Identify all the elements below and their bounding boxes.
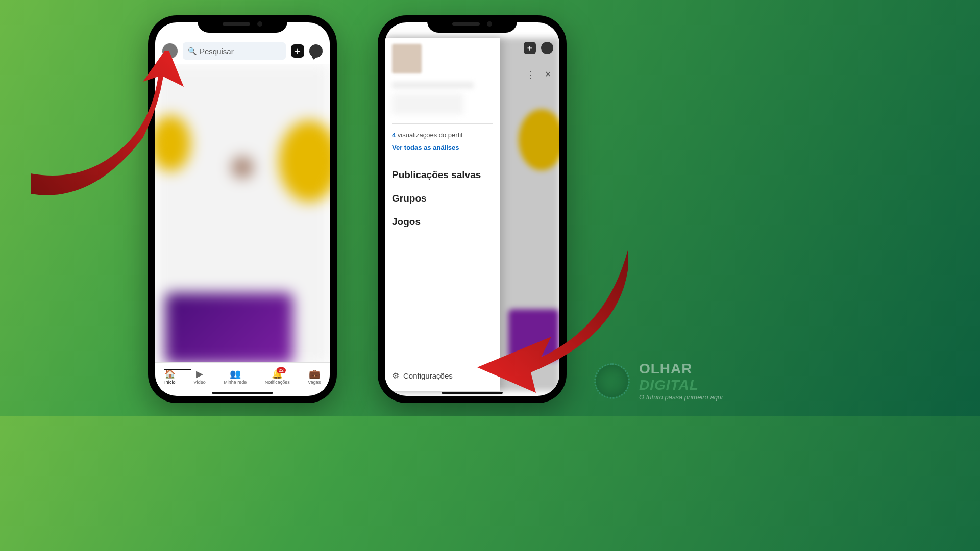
nav-vagas[interactable]: 💼 Vagas <box>308 369 321 385</box>
notch <box>198 15 287 33</box>
bottom-nav: 🏠 Início ▶ Vídeo 👥 Minha rede 🔔 22 Notif… <box>155 362 330 391</box>
gear-icon: ⚙ <box>392 371 399 381</box>
settings-label: Configurações <box>403 371 453 380</box>
briefcase-icon: 💼 <box>309 369 320 379</box>
post-header-actions: ⋮ ✕ <box>526 69 551 81</box>
callout-arrow-settings <box>475 240 638 403</box>
nav-label: Vídeo <box>193 380 206 385</box>
menu-groups[interactable]: Grupos <box>392 187 493 210</box>
nav-inicio[interactable]: 🏠 Início <box>164 369 176 385</box>
video-icon: ▶ <box>196 369 203 379</box>
brand-part1: OLHAR <box>639 361 693 377</box>
nav-label: Notificações <box>265 380 290 385</box>
nav-label: Vagas <box>308 380 321 385</box>
drawer-menu: Publicações salvas Grupos Jogos <box>385 159 500 238</box>
close-icon[interactable]: ✕ <box>545 69 551 81</box>
more-icon[interactable]: ⋮ <box>526 69 534 81</box>
watermark-brand: OLHAR DIGITAL <box>639 361 723 393</box>
brand-part2: DIGITAL <box>639 377 699 393</box>
nav-rede[interactable]: 👥 Minha rede <box>224 369 247 385</box>
nav-label: Início <box>164 380 176 385</box>
home-indicator <box>212 392 273 394</box>
nav-label: Minha rede <box>224 380 247 385</box>
profile-subtitle-blurred <box>392 94 463 114</box>
add-button[interactable]: ＋ <box>291 44 304 58</box>
menu-saved-posts[interactable]: Publicações salvas <box>392 163 493 187</box>
all-analytics-link[interactable]: Ver todas as análises <box>385 144 500 159</box>
views-label: visualizações do perfil <box>396 131 462 139</box>
home-icon: 🏠 <box>164 369 176 379</box>
notif-badge: 22 <box>277 367 286 373</box>
drawer-profile-section[interactable] <box>385 38 500 123</box>
search-placeholder: Pesquisar <box>200 47 234 56</box>
notch <box>427 15 517 33</box>
link-text: Ver todas as análises <box>392 144 459 152</box>
search-input[interactable]: 🔍 Pesquisar <box>183 42 286 60</box>
nav-notif[interactable]: 🔔 22 Notificações <box>265 369 290 385</box>
watermark-tagline: O futuro passa primeiro aqui <box>639 393 723 401</box>
profile-views-stat[interactable]: 4 visualizações do perfil <box>385 124 500 144</box>
network-icon: 👥 <box>230 369 241 379</box>
avatar <box>392 44 422 73</box>
add-button[interactable]: ＋ <box>524 42 536 54</box>
nav-video[interactable]: ▶ Vídeo <box>193 369 206 385</box>
messages-icon[interactable] <box>309 44 323 58</box>
messages-icon[interactable] <box>541 42 553 54</box>
callout-arrow-avatar <box>31 51 194 214</box>
menu-games[interactable]: Jogos <box>392 210 493 234</box>
top-right-actions: ＋ <box>524 42 553 54</box>
profile-name-blurred <box>392 82 474 89</box>
